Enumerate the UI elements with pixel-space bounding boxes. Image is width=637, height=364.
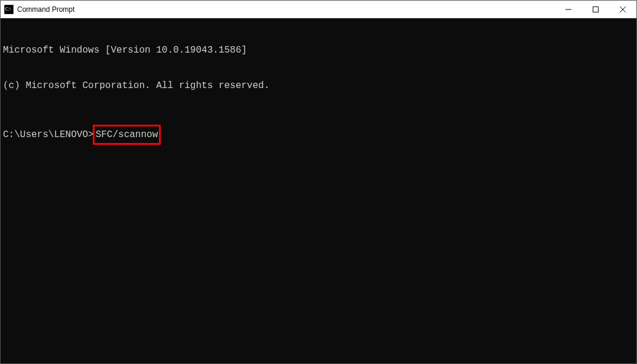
svg-rect-3: [593, 6, 599, 12]
window-title: Command Prompt: [17, 5, 74, 14]
maximize-button[interactable]: [582, 1, 609, 18]
close-button[interactable]: [609, 1, 636, 18]
copyright-line: (c) Microsoft Corporation. All rights re…: [3, 80, 634, 92]
prompt-line: C:\Users\LENOVO>SFC/scannow: [3, 127, 634, 142]
command-text: SFC/scannow: [96, 129, 158, 140]
window-controls: [555, 1, 636, 18]
version-line: Microsoft Windows [Version 10.0.19043.15…: [3, 44, 634, 56]
command-prompt-icon: C:\: [4, 5, 14, 14]
svg-text:C:\: C:\: [5, 6, 12, 12]
titlebar[interactable]: C:\ Command Prompt: [1, 1, 636, 18]
minimize-button[interactable]: [555, 1, 582, 18]
prompt-text: C:\Users\LENOVO>: [3, 129, 94, 140]
command-highlight: SFC/scannow: [93, 125, 161, 145]
command-prompt-window: C:\ Command Prompt Microsoft Windows [Ve…: [0, 0, 637, 364]
terminal-area[interactable]: Microsoft Windows [Version 10.0.19043.15…: [1, 18, 636, 363]
